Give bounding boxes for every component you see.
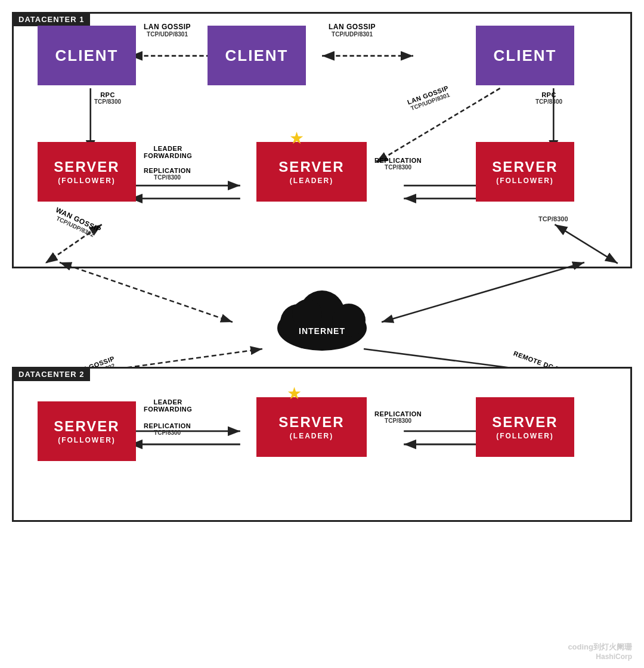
svg-point-22 [292, 299, 322, 329]
dc2-replication-label-right: REPLICATION TCP/8300 [374, 410, 422, 424]
watermark-line1: coding到灯火阑珊 [568, 642, 632, 652]
svg-text:INTERNET: INTERNET [299, 326, 345, 336]
server-1-follower: SERVER (FOLLOWER) [38, 142, 136, 202]
client-3: CLIENT [476, 26, 574, 85]
datacenter-2-label: DATACENTER 2 [13, 367, 90, 381]
watermark: coding到灯火阑珊 HashiCorp [568, 642, 632, 661]
watermark-line2: HashiCorp [568, 652, 632, 661]
leader-star-dc2: ★ [287, 385, 302, 402]
leader-forwarding-label: LEADER FORWARDING [144, 145, 192, 159]
datacenter-1-label: DATACENTER 1 [13, 13, 90, 26]
replication-label-right: REPLICATION TCP/8300 [374, 157, 422, 171]
dc2-server-2-leader: SERVER (LEADER) [256, 397, 367, 457]
datacenter-1: DATACENTER 1 [12, 12, 632, 268]
internet-cloud: INTERNET [262, 277, 382, 355]
lan-gossip-label-1: LAN GOSSIP TCP/UDP/8301 [144, 23, 191, 38]
leader-star-dc1: ★ [289, 130, 304, 147]
client-2: CLIENT [208, 26, 306, 85]
rpc-label-right: RPC TCP/8300 [535, 91, 562, 105]
replication-label-left: REPLICATION TCP/8300 [144, 167, 191, 181]
datacenter-2: DATACENTER 2 SERVER (FOLLOWER) LEADER FO… [12, 367, 632, 522]
dc2-server-3-follower: SERVER (FOLLOWER) [476, 397, 574, 457]
svg-line-15 [382, 262, 584, 322]
rpc-label-left: RPC TCP/8300 [94, 91, 121, 105]
server-3-follower: SERVER (FOLLOWER) [476, 142, 574, 202]
internet-section: INTERNET WAN GOSSIP TCP/UDP/8302 REMOTE … [12, 262, 632, 370]
lan-gossip-label-2: LAN GOSSIP TCP/UDP/8301 [329, 23, 376, 38]
dc2-server-1-follower: SERVER (FOLLOWER) [38, 401, 136, 461]
client-1: CLIENT [38, 26, 136, 85]
server-2-leader: SERVER (LEADER) [256, 142, 367, 202]
dc2-replication-label-left: REPLICATION TCP/8300 [144, 422, 191, 436]
svg-line-14 [60, 262, 233, 322]
dc2-leader-forwarding-label: LEADER FORWARDING [144, 398, 192, 413]
lan-gossip-diagonal-label: LAN GOSSIP TCP/UDP/8301 [406, 84, 451, 112]
wan-gossip-label: WAN GOSSIP TCP/UDP/8302 [52, 206, 103, 240]
svg-line-13 [555, 224, 618, 263]
tcp8300-dc1-right: TCP/8300 [538, 215, 568, 222]
